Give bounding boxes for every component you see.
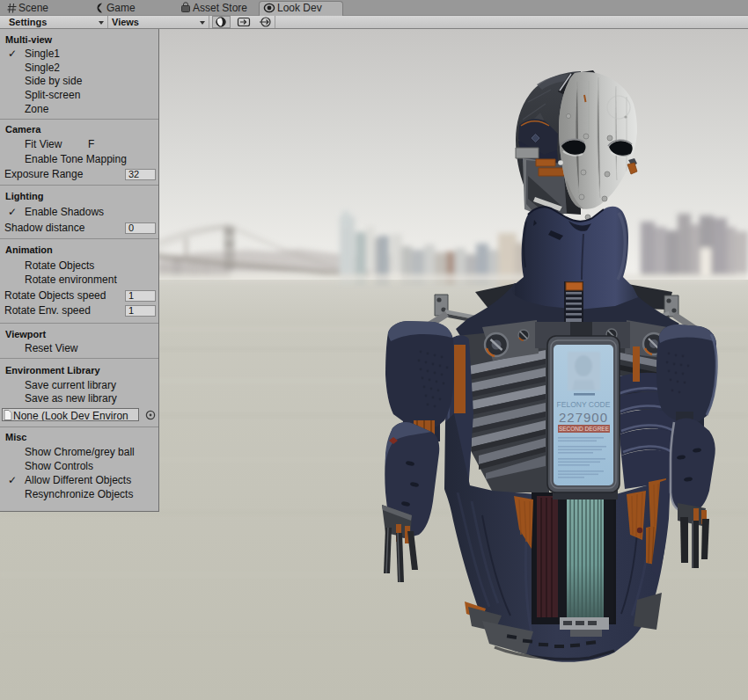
svg-text:227900: 227900 xyxy=(559,410,608,425)
svg-text:SECOND DEGREE: SECOND DEGREE xyxy=(559,426,610,432)
svg-text:FELONY CODE: FELONY CODE xyxy=(557,400,611,409)
